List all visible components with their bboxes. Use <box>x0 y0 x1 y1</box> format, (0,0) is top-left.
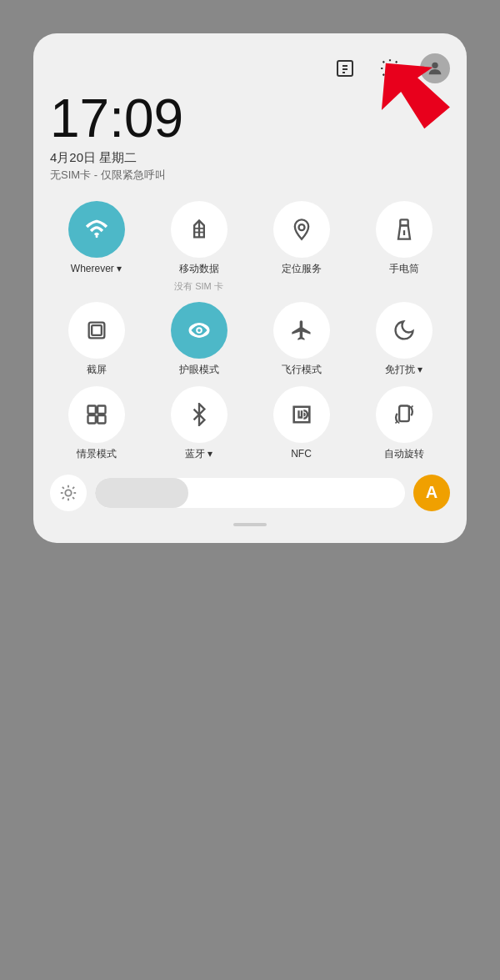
scene-label: 情景模式 <box>77 448 117 461</box>
brightness-icon <box>50 475 87 511</box>
svg-line-32 <box>72 487 74 489</box>
dnd-button[interactable] <box>376 302 432 359</box>
user-avatar[interactable]: A <box>413 475 450 511</box>
toggle-nfc[interactable]: NFC <box>255 386 348 461</box>
dnd-label: 免打扰 ▾ <box>385 364 422 377</box>
toggles-grid: Wherever ▾ 移动数据 没有 SIM 卡 <box>50 201 450 461</box>
eyecare-button[interactable] <box>171 302 228 359</box>
svg-line-31 <box>62 497 64 499</box>
toggle-wifi[interactable]: Wherever ▾ <box>50 201 142 292</box>
scene-button[interactable] <box>68 386 125 443</box>
toggle-rotate[interactable]: 自动旋转 <box>358 386 450 461</box>
edit-icon[interactable] <box>330 53 360 83</box>
svg-point-4 <box>388 66 393 72</box>
sim-status: 无SIM卡 - 仅限紧急呼叫 <box>50 168 450 183</box>
drag-handle <box>233 523 267 526</box>
toggle-location[interactable]: 定位服务 <box>255 201 348 292</box>
svg-line-28 <box>72 497 74 499</box>
mobile-label: 移动数据 <box>179 263 219 276</box>
flashlight-label: 手电筒 <box>389 263 419 276</box>
svg-point-7 <box>95 235 98 238</box>
nfc-label: NFC <box>291 448 312 461</box>
svg-rect-21 <box>88 416 95 424</box>
mobile-button[interactable] <box>171 201 228 258</box>
svg-rect-22 <box>98 416 105 424</box>
screenshot-button[interactable] <box>68 302 125 359</box>
toggle-flashlight[interactable]: 手电筒 <box>358 201 450 292</box>
toggle-mobile[interactable]: 移动数据 没有 SIM 卡 <box>152 201 245 292</box>
location-button[interactable] <box>273 201 330 258</box>
bluetooth-button[interactable] <box>171 386 228 443</box>
svg-rect-20 <box>98 406 105 414</box>
svg-point-18 <box>198 329 201 332</box>
airplane-label: 飞行模式 <box>282 364 322 377</box>
svg-rect-19 <box>88 406 95 414</box>
svg-rect-15 <box>92 325 102 335</box>
airplane-button[interactable] <box>273 302 330 359</box>
brightness-slider[interactable] <box>95 478 405 508</box>
settings-icon[interactable] <box>375 53 405 83</box>
toggle-dnd[interactable]: 免打扰 ▾ <box>358 302 450 377</box>
rotate-button[interactable] <box>376 386 432 443</box>
nfc-button[interactable] <box>273 386 330 443</box>
location-label: 定位服务 <box>282 263 322 276</box>
rotate-label: 自动旋转 <box>384 448 424 461</box>
control-panel: 17:09 4月20日 星期二 无SIM卡 - 仅限紧急呼叫 Wherever … <box>33 33 467 543</box>
toggle-bluetooth[interactable]: 蓝牙 ▾ <box>152 386 245 461</box>
brightness-row: A <box>50 475 450 511</box>
toggle-screenshot[interactable]: 截屏 <box>50 302 142 377</box>
svg-line-27 <box>62 487 64 489</box>
toggle-scene[interactable]: 情景模式 <box>50 386 142 461</box>
svg-point-24 <box>65 490 71 495</box>
brightness-fill <box>95 478 188 508</box>
screenshot-label: 截屏 <box>87 364 107 377</box>
clock-time: 17:09 <box>50 92 450 145</box>
toggle-eyecare[interactable]: 护眼模式 <box>152 302 245 377</box>
user-icon[interactable] <box>420 53 450 83</box>
bluetooth-label: 蓝牙 ▾ <box>185 448 212 461</box>
flashlight-button[interactable] <box>376 201 432 258</box>
svg-point-5 <box>432 63 438 68</box>
top-icons-row <box>50 53 450 83</box>
mobile-sublabel: 没有 SIM 卡 <box>174 281 223 292</box>
wifi-button[interactable] <box>68 201 125 258</box>
eyecare-label: 护眼模式 <box>179 364 219 377</box>
date-display: 4月20日 星期二 <box>50 150 450 166</box>
svg-rect-23 <box>399 406 409 422</box>
svg-point-11 <box>298 224 304 230</box>
user-initial: A <box>426 483 438 502</box>
wifi-label: Wherever ▾ <box>71 263 122 276</box>
toggle-airplane[interactable]: 飞行模式 <box>255 302 348 377</box>
